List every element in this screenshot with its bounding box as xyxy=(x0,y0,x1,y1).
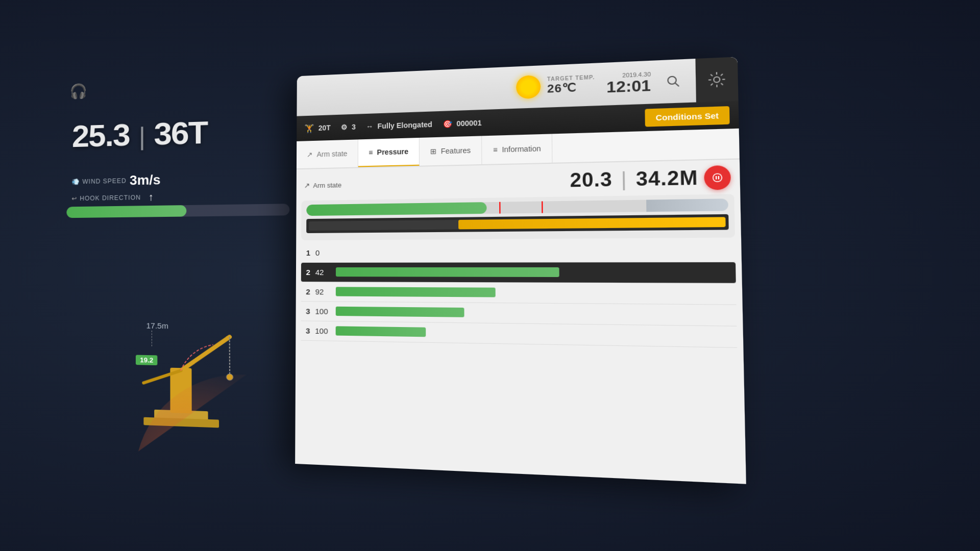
row-2a-num: 2 xyxy=(301,268,315,277)
wind-speed-section: 💨 WIND SPEED 3m/s ↩ HOOK DIRECTION ↑ xyxy=(71,172,160,204)
tab-features[interactable]: ⊞ Features xyxy=(420,136,482,165)
target-status: 🎯 000001 xyxy=(443,119,482,129)
top-gray-fill xyxy=(646,198,728,212)
rope-count: 3 xyxy=(352,123,356,131)
table-row: 2 92 xyxy=(301,282,737,305)
red-marker-2 xyxy=(542,199,543,214)
extension-label: Fully Elongated xyxy=(377,120,432,131)
main-measurement-display: 20.3 | 34.2M xyxy=(570,166,698,192)
rope-status: ⚙ 3 xyxy=(341,123,356,132)
conditions-set-button[interactable]: Conditions Set xyxy=(645,106,730,127)
table-row-highlighted: 2 42 xyxy=(301,262,736,284)
arm-state-icon: ↗ xyxy=(304,181,310,189)
row-3b-val: 100 xyxy=(315,327,335,336)
main-panel: TARGET TEMP. 26℃ 2019.4.30 12:01 🏋 20T xyxy=(295,57,746,484)
content-area: ↗ Arm state 20.3 | 34.2M xyxy=(295,160,746,484)
hook-icon: ↩ xyxy=(71,195,77,202)
extension-icon: ↔ xyxy=(366,122,373,131)
top-green-fill xyxy=(306,202,486,216)
tab-information[interactable]: ≡ Information xyxy=(482,134,553,164)
row-2b-bar xyxy=(336,287,737,299)
information-icon: ≡ xyxy=(493,145,498,154)
settings-area[interactable] xyxy=(695,57,738,102)
headphones-icon: 🎧 xyxy=(69,83,87,100)
row-3a-num: 3 xyxy=(301,307,315,315)
crane-visualization-panel: 🎧 25.3 | 36T 💨 WIND SPEED 3m/s ↩ HOOK DI… xyxy=(60,65,309,474)
weight-value: 20T xyxy=(318,123,331,132)
row-3b-bar xyxy=(336,326,738,343)
tab-arm-state[interactable]: ↗ Arm state xyxy=(297,139,358,168)
stop-button[interactable] xyxy=(704,165,731,190)
measurement-main: 20.3 xyxy=(570,168,612,191)
sun-icon xyxy=(516,74,541,98)
tab-features-label: Features xyxy=(441,146,471,156)
wind-speed-label: WIND SPEED xyxy=(82,177,126,185)
rope-icon: ⚙ xyxy=(341,123,348,131)
wind-speed-value: 3m/s xyxy=(130,172,161,188)
weight-status: 🏋 20T xyxy=(304,123,331,133)
measurement-separator: | xyxy=(621,168,627,190)
weather-section: TARGET TEMP. 26℃ xyxy=(516,72,595,99)
row-3a-val: 100 xyxy=(315,307,335,316)
top-progress-track xyxy=(306,198,728,216)
extension-status: ↔ Fully Elongated xyxy=(366,120,432,131)
big-measurement-display: 25.3 | 36T xyxy=(72,114,207,154)
red-marker-1 xyxy=(499,201,500,215)
table-row: 3 100 xyxy=(301,321,737,348)
row-1-num: 1 xyxy=(301,248,315,257)
row-2b-bar-fill xyxy=(336,287,496,297)
left-progress-bar xyxy=(66,204,289,218)
metrics-row: ↗ Arm state 20.3 | 34.2M xyxy=(302,165,734,197)
orange-fill xyxy=(458,217,726,229)
target-icon: 🎯 xyxy=(443,119,452,128)
crane-arc xyxy=(86,345,247,456)
row-1-val: 0 xyxy=(315,248,336,257)
tab-pressure-label: Pressure xyxy=(377,147,409,157)
datetime-section: 2019.4.30 12:01 xyxy=(606,70,651,95)
row-3b-bar-fill xyxy=(336,326,426,337)
gear-icon xyxy=(707,71,726,88)
row-3a-bar-fill xyxy=(336,306,464,317)
big-measurement-main: 25.3 xyxy=(72,117,130,154)
row-3b-num: 3 xyxy=(301,326,315,335)
row-2b-val: 92 xyxy=(315,287,336,296)
arm-icon: ↗ xyxy=(307,151,313,159)
row-2a-val: 42 xyxy=(315,268,336,277)
tab-information-label: Information xyxy=(502,144,541,154)
row-1-bar xyxy=(336,246,736,258)
big-measurement-max: 36T xyxy=(154,114,207,152)
row-2a-bar-fill xyxy=(336,267,559,277)
row-2b-num: 2 xyxy=(301,287,315,296)
features-icon: ⊞ xyxy=(430,147,437,156)
pressure-icon: ≡ xyxy=(369,148,373,157)
orange-progress-bar xyxy=(306,214,729,233)
svg-line-8 xyxy=(675,83,679,86)
wind-icon: 💨 xyxy=(72,178,80,185)
row-3a-bar xyxy=(336,306,737,321)
target-temp-section: TARGET TEMP. 26℃ xyxy=(547,74,595,96)
weight-icon: 🏋 xyxy=(304,123,314,133)
tab-pressure[interactable]: ≡ Pressure xyxy=(358,138,420,167)
target-id: 000001 xyxy=(456,119,482,128)
data-table: 1 0 2 42 2 92 3 xyxy=(301,241,737,348)
stop-icon xyxy=(710,171,724,184)
tab-arm-label: Arm state xyxy=(317,149,348,158)
left-progress-fill xyxy=(66,205,186,218)
arm-state-text: Arm state xyxy=(313,181,341,189)
top-progress-row xyxy=(306,198,728,216)
row-2a-bar xyxy=(336,267,736,278)
search-button[interactable] xyxy=(663,71,684,91)
arm-state-section: ↗ Arm state xyxy=(304,181,342,189)
hook-direction-label: HOOK DIRECTION xyxy=(80,194,141,202)
temperature-value: 26℃ xyxy=(547,80,595,96)
hook-arrow: ↑ xyxy=(148,191,153,203)
crane-height-label: 17.5m xyxy=(146,321,168,346)
table-row: 1 0 xyxy=(301,241,736,263)
svg-point-9 xyxy=(714,77,720,82)
progress-bars-section xyxy=(301,194,735,240)
measurement-max: 34.2M xyxy=(636,166,699,190)
time-value: 12:01 xyxy=(606,77,651,95)
